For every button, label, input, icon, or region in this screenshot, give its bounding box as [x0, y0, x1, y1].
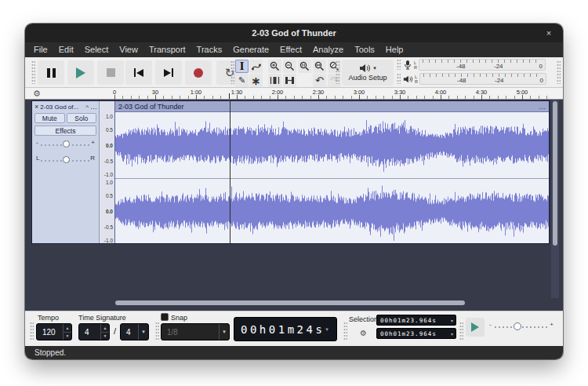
selection-end-field[interactable]: 00h01m23.964s ▾ — [376, 328, 456, 339]
menu-generate[interactable]: Generate — [227, 42, 274, 57]
pan-slider[interactable]: L R — [36, 154, 95, 167]
gain-slider[interactable]: - + — [36, 138, 95, 151]
timeline-options-gear-icon[interactable]: ⚙ — [33, 89, 41, 99]
gain-min-label: - — [36, 139, 38, 146]
stop-button[interactable] — [97, 60, 124, 85]
playback-meter[interactable]: LR -48-240 — [403, 72, 546, 86]
mute-button[interactable]: Mute — [34, 113, 65, 123]
track-title[interactable]: 2-03 God of... — [40, 104, 84, 111]
toolbar-end-grip[interactable] — [557, 60, 561, 84]
scale-label-right-1.0: 1.0 — [106, 180, 113, 185]
zoom-fit-button[interactable] — [313, 60, 326, 73]
zoom-out-button[interactable] — [283, 60, 296, 73]
pan-slider-knob[interactable] — [63, 156, 70, 163]
audio-setup-caret-icon: ▾ — [373, 65, 376, 71]
snap-caret-icon: ▾ — [219, 324, 229, 340]
time-signature-upper-spinner[interactable]: 4 ▲▼ — [78, 323, 110, 340]
zoom-selection-button[interactable] — [298, 60, 311, 73]
track-menu-icon[interactable]: … — [90, 103, 96, 111]
track-collapse-icon[interactable]: ^ — [85, 104, 89, 111]
horizontal-scrollbar-thumb[interactable] — [115, 300, 465, 305]
menu-tools[interactable]: Tools — [349, 42, 380, 57]
audio-setup-label: Audio Setup — [348, 74, 387, 82]
play-button[interactable] — [67, 60, 94, 85]
waveform-channel-left[interactable] — [115, 112, 549, 178]
selection-start-field[interactable]: 00h01m23.964s ▾ — [376, 315, 456, 326]
gain-slider-knob[interactable] — [63, 140, 70, 147]
vertical-scrollbar[interactable] — [551, 100, 559, 298]
menu-tracks[interactable]: Tracks — [191, 42, 228, 57]
title-bar[interactable]: 2-03 God of Thunder × — [25, 24, 563, 42]
solo-button[interactable]: Solo — [67, 113, 97, 123]
record-meter[interactable]: LR -48-240 — [403, 58, 546, 71]
zoom-out-icon — [285, 61, 295, 71]
vertical-scrollbar-thumb[interactable] — [553, 101, 557, 246]
menu-file[interactable]: File — [28, 42, 53, 57]
playback-meter-grip[interactable] — [397, 73, 401, 84]
track-close-icon[interactable]: × — [34, 103, 38, 111]
trim-audio-button[interactable] — [268, 74, 281, 87]
selection-start-caret-icon: ▾ — [451, 318, 456, 323]
menu-analyze[interactable]: Analyze — [307, 42, 349, 57]
skip-to-start-button[interactable] — [125, 60, 152, 85]
play-speed-slider[interactable]: - + — [489, 321, 554, 333]
audacity-window: 2-03 God of Thunder × FileEditSelectView… — [25, 24, 563, 359]
playback-meter-r-label: R — [415, 79, 418, 84]
close-window-button[interactable]: × — [543, 27, 555, 39]
multi-tool-button[interactable]: ∗ — [249, 74, 263, 87]
envelope-tool-button[interactable] — [249, 60, 263, 73]
audio-position-display[interactable]: 00h01m24s ▾ — [234, 317, 337, 341]
pause-button[interactable] — [38, 60, 64, 85]
time-signature-toolbar-grip[interactable] — [30, 322, 34, 340]
selection-end-caret-icon: ▾ — [451, 331, 456, 337]
record-meter-grip[interactable] — [397, 59, 401, 70]
selection-tool-button[interactable]: I — [235, 60, 249, 73]
zoom-in-icon — [270, 61, 280, 71]
audio-clip[interactable]: 2-03 God of Thunder … — [115, 101, 549, 243]
clip-menu-icon[interactable]: … — [539, 103, 545, 111]
menu-bar: FileEditSelectViewTransportTracksGenerat… — [25, 42, 563, 57]
track-area[interactable]: × 2-03 God of... ^ … Mute Solo Effects - — [25, 100, 563, 311]
window-title: 2-03 God of Thunder — [252, 28, 336, 38]
timeline-ruler[interactable]: ⚙ 0301:001:302:002:303:003:304:004:305:0… — [25, 88, 563, 100]
tempo-spinner[interactable]: 120 ▲▼ — [36, 323, 72, 340]
menu-select[interactable]: Select — [79, 42, 114, 57]
skip-to-end-button[interactable] — [155, 60, 182, 85]
record-button[interactable] — [185, 60, 212, 85]
menu-effect[interactable]: Effect — [274, 42, 307, 57]
menu-transport[interactable]: Transport — [143, 42, 191, 57]
transport-toolbar-grip[interactable] — [31, 60, 35, 84]
menu-help[interactable]: Help — [380, 42, 409, 57]
menu-edit[interactable]: Edit — [53, 42, 79, 57]
tempo-spinner-arrows[interactable]: ▲▼ — [63, 324, 71, 340]
tempo-value: 120 — [37, 328, 63, 337]
zoom-selection-icon — [299, 61, 310, 71]
audio-position-caret-icon: ▾ — [325, 326, 328, 333]
timeline-minor-ticks — [114, 96, 549, 99]
clip-header[interactable]: 2-03 God of Thunder … — [115, 101, 549, 112]
vertical-scale-ruler[interactable]: 1.00.50.0-0.5-1.01.00.50.0-0.5-1.0 — [100, 101, 115, 243]
speed-slider-knob[interactable] — [514, 322, 521, 330]
audio-setup-button[interactable]: ▾ Audio Setup — [342, 60, 394, 86]
time-signature-lower-dropdown[interactable]: 4 ▾ — [120, 323, 149, 340]
menu-view[interactable]: View — [114, 42, 143, 57]
selection-options-gear-icon[interactable]: ⚙ — [360, 329, 367, 337]
snap-mode-dropdown[interactable]: 1/8 ▾ — [161, 323, 230, 340]
playback-meter-label--24: -24 — [495, 77, 504, 84]
effects-button[interactable]: Effects — [34, 126, 96, 136]
zoom-in-button[interactable] — [268, 60, 281, 73]
audio-setup-grip[interactable] — [336, 60, 339, 84]
play-at-speed-button[interactable] — [466, 318, 485, 337]
tools-toolbar-grip[interactable] — [230, 60, 234, 84]
play-speed-grip[interactable] — [459, 322, 463, 340]
waveform-channel-right[interactable] — [115, 178, 549, 244]
draw-tool-button[interactable]: ✎ — [235, 74, 249, 87]
snap-checkbox[interactable] — [161, 313, 169, 321]
selection-toolbar-grip[interactable] — [343, 322, 347, 340]
snap-toolbar-grip[interactable] — [155, 322, 159, 340]
time-signature-upper-arrows[interactable]: ▲▼ — [100, 324, 109, 340]
bottom-toolbar: Tempo 120 ▲▼ Time Signature 4 ▲▼ / 4 ▾ S… — [25, 311, 563, 346]
trim-audio-icon — [270, 76, 280, 85]
silence-audio-button[interactable] — [283, 74, 296, 87]
undo-button[interactable]: ↶ — [313, 74, 326, 87]
